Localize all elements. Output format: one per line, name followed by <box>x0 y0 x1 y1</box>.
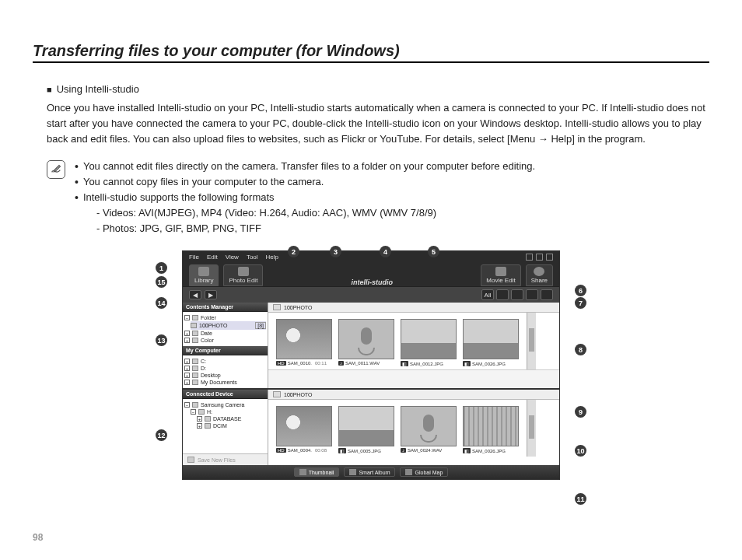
thumbnail-item[interactable]: ◧SAM_0005.JPG <box>338 406 394 453</box>
tree-drive[interactable]: D: <box>201 366 206 371</box>
tree-dcim[interactable]: DCIM <box>213 423 227 429</box>
tree-folder[interactable]: Folder <box>201 315 216 320</box>
nav-back-button[interactable]: ◀ <box>189 290 201 299</box>
tree-mydocs[interactable]: My Documents <box>201 380 237 385</box>
view-smart-album-button[interactable]: Smart Album <box>344 467 395 477</box>
file-name: SAM_0004. <box>288 448 312 453</box>
app-window: File Edit View Tool Help Library Photo E… <box>182 250 560 480</box>
intro-paragraph: Once you have installed Intelli-studio o… <box>47 100 709 147</box>
callout-14: 14 <box>156 297 167 309</box>
note-icon <box>47 160 65 179</box>
view-list-icon[interactable] <box>496 289 509 300</box>
menu-view[interactable]: View <box>226 254 239 261</box>
panel-contents-manager: Contents Manager <box>183 303 268 312</box>
tree-camera[interactable]: Samsung Camera <box>201 402 244 408</box>
thumbnail-item[interactable]: ◧SAM_0026.JPG <box>463 319 519 366</box>
tree-expand-icon[interactable]: + <box>184 366 190 371</box>
drive-icon <box>198 409 205 415</box>
tree-expand-icon[interactable]: + <box>184 331 190 336</box>
tree-collapse-icon[interactable]: − <box>184 315 190 320</box>
library-icon <box>198 267 209 276</box>
app-brand: intelli-studio <box>352 278 394 286</box>
movie-edit-icon <box>495 267 506 276</box>
tree-expand-icon[interactable]: + <box>184 359 190 364</box>
file-name: SAM_0024.WAV <box>408 448 442 453</box>
thumbnail-item[interactable]: ♪SAM_0024.WAV <box>401 406 457 453</box>
tree-cam-drive[interactable]: H: <box>207 409 212 415</box>
bullet-icon: • <box>75 174 79 190</box>
minimize-icon[interactable] <box>526 254 533 261</box>
grid-icon <box>299 469 306 475</box>
thumbnail-item[interactable]: ◧SAM_0026.JPG <box>463 406 519 453</box>
filter-all-button[interactable]: All <box>481 289 494 300</box>
callout-8: 8 <box>575 344 586 355</box>
menu-edit[interactable]: Edit <box>207 254 218 261</box>
tree-date[interactable]: Date <box>201 331 212 336</box>
tab-label: Share <box>531 277 548 284</box>
tree-database[interactable]: DATABASE <box>213 416 241 422</box>
album-icon <box>349 469 356 475</box>
subheading: Using Intelli-studio <box>57 82 139 97</box>
photo-badge-icon: ◧ <box>401 361 408 366</box>
thumbnail-item[interactable]: ♪SAM_0011.WAV <box>338 319 394 366</box>
file-name: SAM_0012.JPG <box>410 362 443 366</box>
folder-icon <box>191 323 197 328</box>
thumbnail-item[interactable]: HDSAM_0010.00:11 <box>276 319 332 366</box>
settings-icon[interactable] <box>541 289 553 300</box>
tree-collapse-icon[interactable]: − <box>191 409 196 415</box>
tree-desktop[interactable]: Desktop <box>201 373 221 378</box>
maximize-icon[interactable] <box>536 254 543 261</box>
menu-bar: File Edit View Tool Help <box>183 251 559 263</box>
file-name: SAM_0005.JPG <box>348 449 381 453</box>
callout-7: 7 <box>575 297 586 309</box>
view-grid-icon[interactable] <box>511 289 523 300</box>
scrollbar[interactable] <box>527 313 536 369</box>
thumbnail-grid-upper: HDSAM_0010.00:11 ♪SAM_0011.WAV ◧SAM_0012… <box>268 313 527 369</box>
menu-file[interactable]: File <box>189 254 199 261</box>
tab-photo-edit[interactable]: Photo Edit <box>223 264 263 286</box>
view-global-map-button[interactable]: Global Map <box>400 467 448 477</box>
tab-label: Photo Edit <box>229 277 257 284</box>
view-thumbnail-button[interactable]: Thumbnail <box>294 467 340 477</box>
tree-expand-icon[interactable]: + <box>184 373 190 378</box>
tab-share[interactable]: Share <box>526 264 553 286</box>
folder-icon <box>205 423 211 429</box>
tree-color[interactable]: Color <box>201 338 214 343</box>
file-name: SAM_0026.JPG <box>472 449 506 453</box>
tree-drive[interactable]: C: <box>201 359 206 364</box>
app-screenshot-figure: 1 2 3 4 5 6 7 8 9 10 11 12 13 14 15 File… <box>173 250 569 480</box>
tree-expand-icon[interactable]: + <box>184 338 190 343</box>
tree-collapse-icon[interactable]: − <box>184 402 190 408</box>
menu-tool[interactable]: Tool <box>247 254 258 261</box>
folder-icon <box>192 338 198 343</box>
tab-movie-edit[interactable]: Movie Edit <box>481 264 520 286</box>
tab-library[interactable]: Library <box>189 264 219 286</box>
scrollbar[interactable] <box>527 400 536 457</box>
file-name: SAM_0010. <box>288 361 312 366</box>
nav-fwd-button[interactable]: ▶ <box>205 290 217 299</box>
callout-1: 1 <box>156 262 167 274</box>
square-bullet-icon: ■ <box>47 82 52 97</box>
tree-expand-icon[interactable]: + <box>184 380 190 385</box>
tab-label: Movie Edit <box>486 277 515 284</box>
thumbnail-grid-lower: HDSAM_0004.00:08 ◧SAM_0005.JPG ♪SAM_0024… <box>268 400 527 457</box>
panel-my-computer: My Computer <box>183 346 268 355</box>
photo-badge-icon: ◧ <box>463 448 471 453</box>
tree-expand-icon[interactable]: + <box>197 423 202 429</box>
bullet-icon: • <box>75 190 79 205</box>
thumbnail-item[interactable]: ◧SAM_0012.JPG <box>401 319 457 366</box>
folder-icon <box>192 331 198 336</box>
folder-icon <box>205 416 211 422</box>
tree-folder-selected[interactable]: 100PHOTO <box>199 323 227 328</box>
page-number: 98 <box>33 532 43 543</box>
menu-help[interactable]: Help <box>266 254 278 261</box>
note-text: Intelli-studio supports the following fo… <box>83 190 275 205</box>
tree-expand-icon[interactable]: + <box>197 416 202 422</box>
folder-icon <box>192 380 198 385</box>
thumbnail-item[interactable]: HDSAM_0004.00:08 <box>276 406 332 453</box>
close-icon[interactable] <box>546 254 553 261</box>
folder-icon <box>192 373 198 378</box>
save-new-files-button[interactable]: Save New Files <box>183 453 268 465</box>
duration: 00:08 <box>315 448 327 453</box>
view-slider-icon[interactable] <box>526 289 538 300</box>
